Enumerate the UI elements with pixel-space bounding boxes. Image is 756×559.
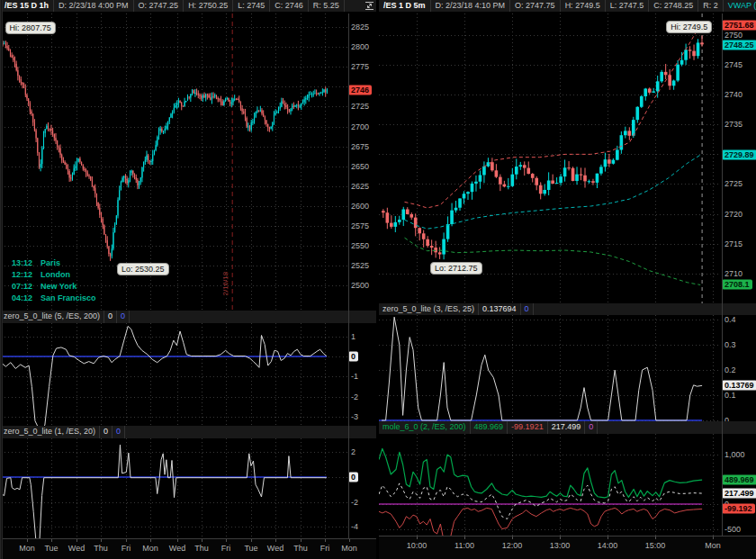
- candlestick-chart-svg[interactable]: [379, 14, 756, 303]
- study-header: mole_6_0 (2, /ES, 200)489.969-99.1921217…: [379, 421, 756, 435]
- time-axis-label: Tue: [44, 544, 58, 553]
- time-axis-tick: [126, 539, 127, 542]
- time-axis-tick: [202, 539, 202, 542]
- price-axis-label: 2740: [724, 90, 742, 99]
- header-field: D: 2/23/18 4:00 PM: [54, 0, 134, 12]
- price-axis-label: 2675: [351, 142, 369, 151]
- time-axis-tick: [417, 536, 418, 539]
- price-axis-label: 0.4: [724, 315, 736, 324]
- price-axis-label: 2710: [724, 269, 742, 278]
- indicator-chart-svg[interactable]: [0, 438, 376, 538]
- price-axis-label: -1: [351, 372, 358, 381]
- symbol-timeframe-label[interactable]: /ES 15 D 1h: [0, 0, 54, 12]
- time-axis-label: 10:00: [407, 541, 428, 550]
- price-axis-label: 2750: [724, 31, 742, 40]
- time-axis-label: 11:00: [454, 541, 474, 550]
- study-value: 0.137694: [479, 303, 521, 315]
- chart-header-right: /ES 1 D 5m D: 2/23/18 4:10 PMO: 2747.75H…: [379, 0, 756, 13]
- time-axis-label: 15:00: [645, 541, 666, 550]
- session-row: 12:12London: [7, 269, 96, 281]
- time-axis-label: Mon: [19, 544, 35, 553]
- session-city: San Francisco: [40, 293, 96, 304]
- header-field: O: 2747.25: [134, 0, 184, 12]
- chart-stack-right[interactable]: 275027452740273527252720271527102751.682…: [379, 12, 756, 559]
- header-field: R: 2: [698, 0, 724, 12]
- session-time: 13:12: [7, 257, 32, 269]
- price-axis-label: 2720: [724, 210, 742, 219]
- axis-separator: [348, 14, 349, 538]
- time-axis-label: Wed: [68, 544, 85, 553]
- price-badge: 2751.68: [722, 20, 756, 30]
- session-row: 04:12San Francisco: [7, 293, 96, 304]
- time-axis-label: Thu: [194, 544, 209, 553]
- chart-panel-left: /ES 15 D 1h D: 2/23/18 4:00 PMO: 2747.25…: [0, 0, 376, 559]
- price-axis-label: 2650: [351, 162, 369, 171]
- time-axis-label: Mon: [341, 544, 357, 553]
- session-city: Paris: [40, 257, 60, 269]
- header-field: R: 5.25: [309, 0, 345, 12]
- price-axis-label: -500: [724, 525, 741, 534]
- time-axis-label: 13:00: [550, 541, 571, 550]
- indicator-chart-svg[interactable]: [379, 434, 756, 536]
- price-axis-label: -3: [351, 412, 358, 421]
- price-badge: 2708.1: [722, 280, 752, 290]
- time-axis-label: Wed: [169, 544, 185, 553]
- study-label-vwap[interactable]: VWAP (-2.0, 2.0, DAY): [724, 0, 756, 12]
- price-axis-label: 2: [351, 447, 356, 456]
- header-field: C: 2748.25: [649, 0, 698, 12]
- time-axis[interactable]: MonTueWedThuFriMonWedThuFriTueWedThuFriM…: [0, 538, 376, 559]
- price-axis-label: 2725: [724, 179, 742, 188]
- expand-icon[interactable]: [362, 0, 376, 12]
- time-axis-label: Fri: [320, 544, 330, 553]
- session-time: 04:12: [7, 293, 32, 304]
- study-name[interactable]: zero_5_0_lite (1, /ES, 20): [0, 426, 100, 438]
- time-axis-tick: [464, 536, 465, 539]
- time-axis-tick: [325, 539, 326, 542]
- panel-divider[interactable]: [0, 0, 3, 559]
- price-badge: 2746: [348, 85, 372, 95]
- indicator-chart-svg[interactable]: [379, 315, 756, 421]
- time-axis[interactable]: 10:0011:0012:0013:0014:0015:00Mon: [379, 536, 756, 559]
- trading-workspace: /ES 15 D 1h D: 2/23/18 4:00 PMO: 2747.25…: [0, 0, 756, 559]
- header-field: C: 2746: [270, 0, 309, 12]
- session-clock-list: 13:12Paris12:12London07:12New York04:12S…: [7, 257, 96, 304]
- session-city: London: [40, 269, 70, 281]
- time-axis-tick: [713, 536, 714, 539]
- session-city: New York: [40, 281, 76, 293]
- ohlc-readout: D: 2/23/18 4:00 PMO: 2747.25H: 2750.25L:…: [54, 0, 345, 12]
- time-axis-label: Wed: [267, 544, 284, 553]
- lo-callout: Lo: 2530.25: [117, 263, 169, 275]
- price-axis-label: 2800: [351, 42, 369, 51]
- price-axis-label: 2600: [351, 202, 369, 211]
- ohlc-readout: D: 2/23/18 4:10 PMO: 2747.75H: 2749.5L: …: [431, 0, 756, 12]
- chart-header-left: /ES 15 D 1h D: 2/23/18 4:00 PMO: 2747.25…: [0, 0, 376, 13]
- symbol-timeframe-label[interactable]: /ES 1 D 5m: [379, 0, 431, 12]
- indicator-chart-svg[interactable]: [0, 323, 376, 426]
- time-axis-label: Thu: [94, 544, 108, 553]
- time-axis-tick: [275, 539, 276, 542]
- header-field: L: 2745: [233, 0, 270, 12]
- session-row: 13:12Paris: [7, 257, 96, 269]
- time-axis-label: 14:00: [598, 541, 618, 550]
- time-axis-tick: [655, 536, 656, 539]
- study-name[interactable]: zero_5_0_lite (5, /ES, 200): [0, 311, 104, 323]
- price-axis-label: 2625: [351, 182, 369, 191]
- study-value: -99.1921: [508, 421, 548, 434]
- time-axis-tick: [560, 536, 561, 539]
- time-axis-tick: [608, 536, 608, 539]
- study-value: 0: [117, 311, 130, 323]
- header-field: L: 2747.5: [606, 0, 650, 12]
- time-axis-label: Tue: [244, 544, 257, 553]
- chart-stack-left[interactable]: 2825280027752725270026752650262526002575…: [0, 12, 376, 559]
- study-name[interactable]: mole_6_0 (2, /ES, 200): [379, 421, 471, 434]
- price-axis-label: 2735: [724, 120, 742, 129]
- time-axis-label: 12:00: [502, 541, 523, 550]
- study-name[interactable]: zero_5_0_lite (3, /ES, 25): [379, 303, 479, 315]
- price-axis-label: 0.1: [724, 391, 736, 400]
- price-badge: 217.499: [722, 489, 756, 499]
- time-axis-label: Mon: [142, 544, 158, 553]
- price-axis-label: 0.3: [724, 340, 736, 349]
- price-axis-label: 0.2: [724, 365, 736, 374]
- session-time: 07:12: [7, 281, 32, 293]
- header-field: H: 2750.25: [184, 0, 233, 12]
